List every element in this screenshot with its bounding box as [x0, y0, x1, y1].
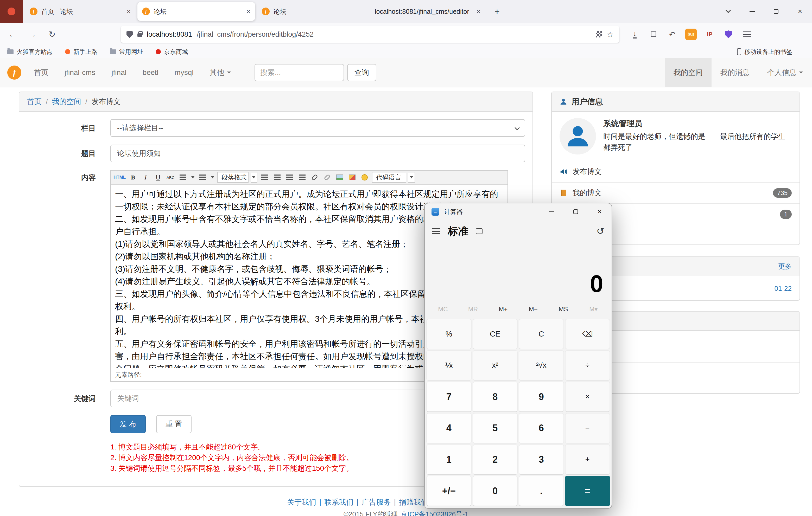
- key-square[interactable]: x²: [473, 350, 518, 381]
- search-input[interactable]: [255, 64, 344, 81]
- icp-link[interactable]: 京ICP备15023826号-1: [401, 510, 468, 516]
- calculator-titlebar[interactable]: = 计算器 ×: [425, 203, 612, 220]
- memory-clear-button[interactable]: MC: [428, 306, 458, 313]
- title-input[interactable]: [110, 145, 525, 162]
- tab-close-icon[interactable]: ×: [127, 7, 130, 16]
- mobile-bookmarks[interactable]: 移动设备上的书签: [737, 48, 792, 56]
- bookmark-star-icon[interactable]: ☆: [607, 30, 614, 39]
- reset-button[interactable]: 重 置: [156, 415, 192, 433]
- screenshot-button[interactable]: [646, 27, 661, 41]
- bold-button[interactable]: B: [128, 172, 138, 183]
- key-4[interactable]: 4: [426, 413, 471, 444]
- italic-button[interactable]: I: [140, 172, 151, 183]
- window-restore-button[interactable]: [764, 0, 788, 23]
- key-subtract[interactable]: −: [565, 413, 610, 444]
- calc-close-button[interactable]: ×: [588, 203, 612, 220]
- breadcrumb-my-space[interactable]: 我的空间: [52, 97, 81, 107]
- memory-recall-button[interactable]: MR: [458, 306, 488, 313]
- footer-donate[interactable]: 捐赠我们: [399, 498, 428, 506]
- key-negate[interactable]: +/−: [426, 476, 471, 506]
- shield-extension-button[interactable]: [721, 27, 735, 41]
- nav-my-messages[interactable]: 我的消息: [712, 58, 758, 87]
- downloads-button[interactable]: ↓: [628, 27, 642, 41]
- nav-other[interactable]: 其他: [210, 68, 231, 78]
- sidebar-item-publish-blog[interactable]: 发布博文: [552, 161, 800, 182]
- nav-mysql[interactable]: mysql: [175, 68, 194, 77]
- lock-icon[interactable]: [138, 33, 142, 37]
- emoji-button[interactable]: [359, 172, 370, 183]
- insert-link-button[interactable]: [310, 172, 320, 183]
- tab-close-icon[interactable]: ×: [476, 7, 481, 16]
- nav-home[interactable]: 首页: [34, 68, 49, 78]
- bookmark-jd-mall[interactable]: 京东商城: [156, 48, 188, 56]
- calculator-window[interactable]: = 计算器 × 标准 ↺ 0 MC MR M+ M− MS M▾ % CE C: [424, 203, 612, 509]
- footer-ads[interactable]: 广告服务: [362, 498, 391, 506]
- new-tab-button[interactable]: +: [489, 4, 505, 19]
- nav-jfinal-cms[interactable]: jfinal-cms: [64, 68, 95, 77]
- back-button[interactable]: ←: [5, 27, 20, 41]
- insert-image-button[interactable]: [335, 172, 345, 183]
- key-7[interactable]: 7: [426, 382, 471, 412]
- key-percent[interactable]: %: [426, 319, 471, 349]
- bookmark-common-sites[interactable]: 常用网址: [110, 48, 143, 56]
- memory-list-button[interactable]: M▾: [578, 306, 608, 313]
- underline-button[interactable]: U: [153, 172, 163, 183]
- keep-on-top-icon[interactable]: [476, 229, 483, 234]
- key-6[interactable]: 6: [519, 413, 564, 444]
- unordered-list-caret[interactable]: [210, 172, 215, 183]
- key-reciprocal[interactable]: ⅟x: [426, 350, 471, 381]
- memory-store-button[interactable]: MS: [548, 306, 579, 313]
- ordered-list-button[interactable]: [178, 172, 188, 183]
- footer-contact[interactable]: 联系我们: [324, 498, 353, 506]
- bookmark-getting-started[interactable]: 新手上路: [65, 48, 97, 56]
- reload-button[interactable]: ↻: [45, 27, 59, 41]
- nav-beetl[interactable]: beetl: [143, 68, 158, 77]
- calc-maximize-button[interactable]: [564, 203, 588, 220]
- align-right-button[interactable]: [285, 172, 295, 183]
- tab-home-forum[interactable]: f 首页 - 论坛 ×: [25, 2, 135, 21]
- source-code-button[interactable]: HTML: [114, 172, 126, 183]
- paragraph-format-caret[interactable]: [251, 172, 257, 183]
- forward-button[interactable]: →: [25, 27, 39, 41]
- strikethrough-button[interactable]: ABC: [165, 172, 176, 183]
- unordered-list-button[interactable]: [198, 172, 208, 183]
- key-equals[interactable]: =: [565, 476, 610, 506]
- key-1[interactable]: 1: [426, 445, 471, 475]
- key-multiply[interactable]: ×: [565, 382, 610, 412]
- key-decimal[interactable]: .: [519, 476, 564, 506]
- more-link[interactable]: 更多: [778, 262, 792, 271]
- breadcrumb-home[interactable]: 首页: [27, 97, 41, 107]
- tracking-protection-shield-icon[interactable]: [126, 31, 133, 38]
- paragraph-format-select[interactable]: 段落格式: [217, 172, 249, 183]
- key-0[interactable]: 0: [473, 476, 518, 506]
- key-add[interactable]: +: [565, 445, 610, 475]
- firefox-theme-button[interactable]: [0, 0, 23, 23]
- code-language-select[interactable]: 代码语言: [372, 172, 406, 183]
- app-menu-button[interactable]: [740, 27, 754, 41]
- ip-extension-button[interactable]: IP: [703, 27, 717, 41]
- avatar[interactable]: [559, 118, 596, 154]
- key-backspace[interactable]: ⌫: [565, 319, 610, 349]
- nav-profile[interactable]: 个人信息: [758, 58, 812, 87]
- key-8[interactable]: 8: [473, 382, 518, 412]
- scrawl-button[interactable]: [347, 172, 357, 183]
- key-2[interactable]: 2: [473, 445, 518, 475]
- code-language-caret[interactable]: [408, 172, 415, 183]
- publish-button[interactable]: 发 布: [110, 415, 146, 433]
- align-left-button[interactable]: [259, 172, 270, 183]
- column-select[interactable]: --请选择栏目--: [110, 119, 525, 137]
- key-sqrt[interactable]: ²√x: [519, 350, 564, 381]
- bookmark-firefox-official[interactable]: 火狐官方站点: [7, 48, 53, 56]
- burp-extension-button[interactable]: bur: [684, 27, 698, 41]
- sidebar-item-my-blogs[interactable]: 我的博文 735: [552, 182, 800, 203]
- memory-subtract-button[interactable]: M−: [518, 306, 548, 313]
- site-logo[interactable]: f: [7, 65, 21, 80]
- memory-add-button[interactable]: M+: [488, 306, 518, 313]
- remove-link-button[interactable]: [322, 172, 332, 183]
- tab-forum-2[interactable]: f 论坛: [257, 2, 365, 21]
- key-3[interactable]: 3: [519, 445, 564, 475]
- calc-menu-icon[interactable]: [432, 228, 440, 234]
- nav-jfinal[interactable]: jfinal: [111, 68, 126, 77]
- key-5[interactable]: 5: [473, 413, 518, 444]
- search-button[interactable]: 查询: [347, 64, 376, 81]
